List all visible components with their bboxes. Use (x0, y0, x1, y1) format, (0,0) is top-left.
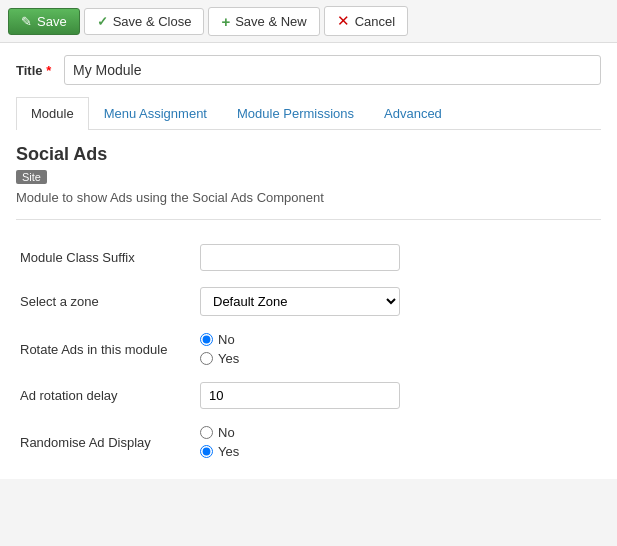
title-row: Title * (16, 55, 601, 85)
randomise-yes-text: Yes (218, 444, 239, 459)
site-badge: Site (16, 170, 47, 184)
rotate-ads-no-radio[interactable] (200, 333, 213, 346)
content-area: Title * Module Menu Assignment Module Pe… (0, 43, 617, 479)
randomise-no-label: No (200, 425, 597, 440)
cancel-label: Cancel (355, 14, 395, 29)
field-select-zone: Select a zone Default Zone Zone 1 Zone 2 (16, 279, 601, 324)
rotate-ads-no-label: No (200, 332, 597, 347)
section-divider (16, 219, 601, 220)
save-new-button[interactable]: + Save & New (208, 7, 319, 36)
ad-rotation-delay-label: Ad rotation delay (16, 374, 196, 417)
module-section: Social Ads Site Module to show Ads using… (16, 144, 601, 467)
randomise-ad-display-label: Randomise Ad Display (16, 417, 196, 467)
save-close-button[interactable]: ✓ Save & Close (84, 8, 205, 35)
rotate-ads-yes-radio[interactable] (200, 352, 213, 365)
randomise-no-radio[interactable] (200, 426, 213, 439)
tab-module[interactable]: Module (16, 97, 89, 130)
save-icon: ✎ (21, 14, 32, 29)
rotate-ads-radio-group: No Yes (200, 332, 597, 366)
module-class-suffix-input[interactable] (200, 244, 400, 271)
module-description: Module to show Ads using the Social Ads … (16, 190, 601, 205)
rotate-ads-yes-text: Yes (218, 351, 239, 366)
tab-menu-assignment[interactable]: Menu Assignment (89, 97, 222, 129)
randomise-ad-radio-group: No Yes (200, 425, 597, 459)
module-section-title: Social Ads (16, 144, 601, 165)
field-module-class-suffix: Module Class Suffix (16, 236, 601, 279)
toolbar: ✎ Save ✓ Save & Close + Save & New ✕ Can… (0, 0, 617, 43)
field-randomise-ad-display: Randomise Ad Display No Yes (16, 417, 601, 467)
save-label: Save (37, 14, 67, 29)
check-icon: ✓ (97, 14, 108, 29)
tab-advanced[interactable]: Advanced (369, 97, 457, 129)
field-ad-rotation-delay: Ad rotation delay (16, 374, 601, 417)
module-class-suffix-label: Module Class Suffix (16, 236, 196, 279)
tab-module-permissions[interactable]: Module Permissions (222, 97, 369, 129)
randomise-yes-label: Yes (200, 444, 597, 459)
save-button[interactable]: ✎ Save (8, 8, 80, 35)
tabs-bar: Module Menu Assignment Module Permission… (16, 97, 601, 130)
randomise-no-text: No (218, 425, 235, 440)
rotate-ads-yes-label: Yes (200, 351, 597, 366)
cancel-button[interactable]: ✕ Cancel (324, 6, 408, 36)
title-label: Title * (16, 63, 56, 78)
ad-rotation-delay-input[interactable] (200, 382, 400, 409)
title-input[interactable] (64, 55, 601, 85)
form-table: Module Class Suffix Select a zone Defaul… (16, 236, 601, 467)
field-rotate-ads: Rotate Ads in this module No Yes (16, 324, 601, 374)
cancel-icon: ✕ (337, 12, 350, 30)
rotate-ads-no-text: No (218, 332, 235, 347)
select-zone-label: Select a zone (16, 279, 196, 324)
randomise-yes-radio[interactable] (200, 445, 213, 458)
rotate-ads-label: Rotate Ads in this module (16, 324, 196, 374)
save-new-label: Save & New (235, 14, 307, 29)
save-close-label: Save & Close (113, 14, 192, 29)
select-zone-dropdown[interactable]: Default Zone Zone 1 Zone 2 (200, 287, 400, 316)
required-star: * (46, 63, 51, 78)
plus-icon: + (221, 13, 230, 30)
